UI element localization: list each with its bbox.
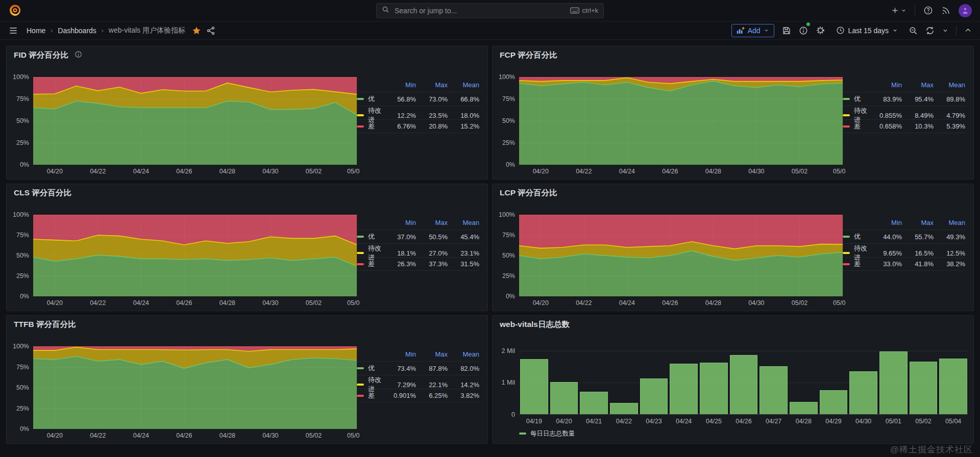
series-swatch-icon xyxy=(843,252,850,254)
legend-value-mean: 89.8% xyxy=(934,95,965,103)
dashboard-insights-button[interactable] xyxy=(799,26,808,35)
save-dashboard-button[interactable] xyxy=(782,26,791,35)
legend-series-label[interactable]: 差 xyxy=(843,260,870,269)
panel-title[interactable]: web-vitals日志总数 xyxy=(500,319,570,330)
legend-series-label[interactable]: 差 xyxy=(843,122,870,131)
refresh-interval-dropdown[interactable] xyxy=(942,28,948,34)
breadcrumb-dashboards[interactable]: Dashboards xyxy=(58,27,96,35)
dashboard-panel-grid: FID 评分百分比0%25%50%75%100%04/2004/2204/240… xyxy=(0,40,980,444)
v-gridline xyxy=(227,77,228,165)
panel-title[interactable]: LCP 评分百分比 xyxy=(500,188,557,198)
v-gridline xyxy=(184,77,185,165)
legend-header-row: MinMaxMean xyxy=(843,216,965,230)
v-gridline xyxy=(843,77,843,165)
chart-plot[interactable] xyxy=(519,215,843,296)
y-axis: 0%25%50%75%100% xyxy=(11,77,33,165)
collapse-topbar-button[interactable] xyxy=(964,27,972,34)
h-gridline xyxy=(33,276,357,276)
panel-cls: CLS 评分百分比0%25%50%75%100%04/2004/2204/240… xyxy=(6,184,488,311)
bar-value xyxy=(910,362,938,414)
y-axis: 0%25%50%75%100% xyxy=(497,77,519,165)
search-input[interactable] xyxy=(394,6,566,15)
chart-plot[interactable] xyxy=(33,215,357,296)
h-gridline xyxy=(33,367,357,368)
news-rss-button[interactable] xyxy=(941,6,950,15)
dashboard-toolbar: Home › Dashboards › web-vitals 用户体验指标 Ad… xyxy=(0,21,980,40)
v-gridline xyxy=(584,215,584,296)
search-shortcut-hint: ctrl+k xyxy=(570,7,598,14)
refresh-button[interactable] xyxy=(925,26,935,35)
legend-series-label[interactable]: 差 xyxy=(357,391,384,400)
legend-header-mean: Mean xyxy=(934,81,965,89)
legend-series-label[interactable]: 优 xyxy=(357,364,384,373)
zoom-out-time-button[interactable] xyxy=(909,26,918,35)
add-panel-button[interactable]: Add xyxy=(731,24,774,37)
v-gridline xyxy=(670,77,671,165)
x-axis-tick-label: 05/02 xyxy=(792,168,807,175)
y-axis: 0%25%50%75%100% xyxy=(11,215,33,296)
breadcrumb-current-dashboard[interactable]: web-vitals 用户体验指标 xyxy=(109,26,185,35)
legend-value-mean: 18.0% xyxy=(448,112,479,119)
y-axis: 0%25%50%75%100% xyxy=(497,215,519,296)
breadcrumb-separator: › xyxy=(102,27,104,34)
x-axis-tick-label: 04/28 xyxy=(219,432,235,439)
topbar-divider xyxy=(915,6,915,16)
legend-value-min: 0.658% xyxy=(870,122,902,130)
global-search-box[interactable]: ctrl+k xyxy=(376,3,604,18)
legend-header-max: Max xyxy=(902,81,934,89)
chart-plot[interactable] xyxy=(519,341,968,415)
legend-series-label[interactable]: 优 xyxy=(357,94,384,104)
mega-menu-button[interactable] xyxy=(8,26,18,36)
breadcrumb-home[interactable]: Home xyxy=(27,27,45,35)
time-range-picker[interactable]: Last 15 days xyxy=(833,26,901,35)
share-button[interactable] xyxy=(206,26,215,35)
chart-zone: 0%25%50%75%100%04/2004/2204/2404/2604/28… xyxy=(11,77,357,177)
y-axis-tick-label: 0% xyxy=(20,161,29,168)
grafana-logo-icon[interactable] xyxy=(8,4,22,17)
series-swatch-icon xyxy=(843,236,850,238)
help-button[interactable] xyxy=(923,6,933,15)
panel-header: CLS 评分百分比 xyxy=(7,184,487,201)
x-axis-tick-label: 04/30 xyxy=(855,418,871,425)
y-axis: 01 Mil2 Mil xyxy=(497,341,519,415)
x-axis-tick-label: 04/28 xyxy=(219,168,235,175)
dashboard-settings-button[interactable] xyxy=(816,26,825,35)
x-axis-tick-label: 05/02 xyxy=(306,168,322,175)
bar-value xyxy=(820,390,848,414)
h-gridline xyxy=(519,215,843,215)
legend-table: MinMaxMean优44.0%55.7%49.3%待改进9.65%16.5%1… xyxy=(843,201,969,309)
bar-value xyxy=(849,371,877,414)
legend-series-label[interactable]: 每日日志总数量 xyxy=(497,427,968,440)
legend-series-label[interactable]: 差 xyxy=(357,260,384,269)
h-gridline xyxy=(519,99,843,99)
notification-dot xyxy=(806,22,810,26)
legend-value-max: 27.0% xyxy=(416,249,448,257)
bar-value xyxy=(670,364,698,414)
new-menu-button[interactable] xyxy=(891,6,906,15)
bar-value xyxy=(760,366,788,414)
x-axis-tick-label: 04/26 xyxy=(176,299,192,307)
favorite-star-button[interactable] xyxy=(192,26,201,35)
legend-series-label[interactable]: 差 xyxy=(357,122,384,131)
v-gridline xyxy=(184,215,185,296)
chart-plot[interactable] xyxy=(519,77,843,165)
bar-value xyxy=(790,402,818,414)
legend-series-label[interactable]: 优 xyxy=(357,232,384,241)
chart-plot[interactable] xyxy=(33,346,357,429)
panel-title[interactable]: CLS 评分百分比 xyxy=(14,188,71,198)
panel-description-info-icon[interactable] xyxy=(75,50,82,60)
x-axis-tick-label: 04/20 xyxy=(47,168,63,175)
user-avatar[interactable] xyxy=(959,4,972,17)
y-axis-tick-label: 0% xyxy=(20,425,29,433)
legend-series-label[interactable]: 优 xyxy=(843,94,870,104)
panel-title[interactable]: FID 评分百分比 xyxy=(14,50,68,61)
chart-plot[interactable] xyxy=(33,77,357,165)
x-axis-tick-label: 04/24 xyxy=(619,299,635,307)
v-gridline xyxy=(271,215,271,296)
panel-title[interactable]: TTFB 评分百分比 xyxy=(14,319,76,330)
v-gridline xyxy=(357,346,357,429)
legend-series-label[interactable]: 优 xyxy=(843,232,870,241)
panel-title[interactable]: FCP 评分百分比 xyxy=(500,50,557,61)
gear-icon xyxy=(816,26,825,35)
legend-value-mean: 4.79% xyxy=(934,112,965,119)
